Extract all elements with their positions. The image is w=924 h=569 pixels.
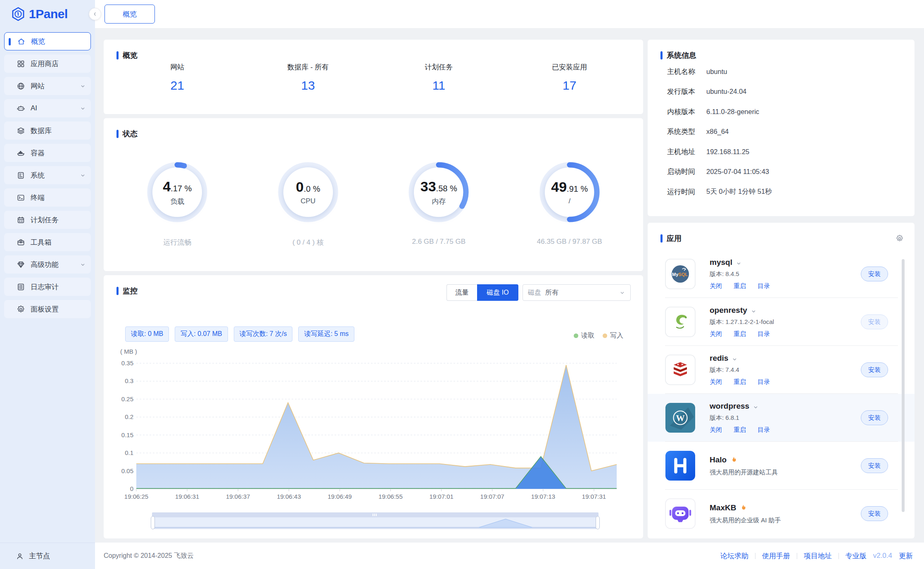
- svg-text:0.35: 0.35: [121, 359, 133, 367]
- store-icon: [17, 60, 25, 68]
- globe-icon: [17, 82, 25, 90]
- install-button[interactable]: 安装: [861, 314, 888, 329]
- app-name[interactable]: MaxKB: [710, 503, 736, 512]
- sidebar-item-calendar[interactable]: 计划任务: [4, 211, 91, 229]
- monitor-title: 监控: [123, 286, 138, 296]
- section-bar: [660, 51, 663, 60]
- app-name[interactable]: redis: [710, 354, 728, 363]
- toggle-disk-io[interactable]: 磁盘 IO: [477, 284, 518, 301]
- overview-stat: 计划任务11: [373, 62, 504, 93]
- svg-text:19:07:07: 19:07:07: [480, 493, 504, 500]
- legend-item[interactable]: 读取: [574, 331, 594, 340]
- footer-link[interactable]: 论坛求助: [720, 551, 748, 561]
- flame-icon: [739, 504, 747, 512]
- datazoom-handle-right[interactable]: [596, 516, 600, 529]
- footer-link[interactable]: 使用手册: [762, 551, 790, 561]
- apps-list: MySQLmysql版本: 8.4.5关闭重启目录安装openresty版本: …: [648, 250, 914, 538]
- app-name[interactable]: wordpress: [710, 402, 749, 411]
- install-button[interactable]: 安装: [861, 458, 888, 473]
- gear-icon: [17, 305, 25, 314]
- stat-value[interactable]: 11: [373, 79, 504, 93]
- system-info-label: 运行时间: [667, 187, 706, 197]
- status-card: 状态 4.17 %负载运行流畅0.0 %CPU( 0 / 4 ) 核33.58 …: [104, 118, 643, 271]
- app-action-link[interactable]: 关闭: [710, 378, 722, 386]
- install-button[interactable]: 安装: [861, 362, 888, 377]
- toggle-traffic[interactable]: 流量: [447, 284, 477, 301]
- status-gauge: 49.91 %/46.35 GB / 97.87 GB: [504, 158, 635, 247]
- monitor-controls: 流量 磁盘 IO 磁盘 所有: [447, 284, 631, 301]
- app-action-link[interactable]: 关闭: [710, 330, 722, 338]
- gauge-ring: 0.0 %CPU: [274, 158, 342, 226]
- gauge-label: CPU: [301, 197, 316, 205]
- install-button[interactable]: 安装: [861, 506, 888, 521]
- app-name[interactable]: Halo: [710, 455, 727, 464]
- app-name[interactable]: mysql: [710, 258, 732, 267]
- server-icon: [17, 171, 25, 180]
- app-action-link[interactable]: 重启: [734, 330, 746, 338]
- system-info-row: 启动时间2025-07-04 11:05:43: [667, 162, 902, 182]
- app-action-link[interactable]: 目录: [758, 426, 770, 434]
- sidebar-item-terminal[interactable]: 终端: [4, 188, 91, 207]
- app-action-link[interactable]: 重启: [734, 378, 746, 386]
- footer-links: 论坛求助使用手册项目地址专业版v2.0.4更新: [720, 543, 913, 569]
- footer-update-link[interactable]: 更新: [899, 551, 913, 561]
- sidebar-item-server[interactable]: 系统: [4, 166, 91, 184]
- section-bar: [116, 51, 119, 60]
- footer-link[interactable]: 专业版: [846, 551, 867, 561]
- app-info: wordpress版本: 6.8.1关闭重启目录: [710, 402, 770, 434]
- monitor-tag: 读写次数: 7 次/s: [234, 326, 293, 342]
- sidebar-collapse-button[interactable]: [89, 8, 101, 20]
- install-button[interactable]: 安装: [861, 410, 888, 425]
- legend-item[interactable]: 写入: [603, 331, 623, 340]
- app-name-row: wordpress: [710, 402, 770, 411]
- sidebar-item-globe[interactable]: 网站: [4, 77, 91, 95]
- stat-value[interactable]: 13: [243, 79, 374, 93]
- footer-link[interactable]: 项目地址: [804, 551, 832, 561]
- chevron-down-icon: [80, 172, 86, 179]
- sidebar-item-store[interactable]: 应用商店: [4, 55, 91, 73]
- apps-settings-gear-icon[interactable]: [895, 234, 904, 243]
- sidebar-item-container[interactable]: 容器: [4, 144, 91, 162]
- system-info-value: ubuntu-24.04: [706, 88, 746, 95]
- system-info-row: 主机名称ubuntu: [667, 62, 902, 82]
- monitor-tag: 读写延迟: 5 ms: [298, 326, 354, 342]
- svg-text:19:07:31: 19:07:31: [582, 493, 606, 500]
- system-info-label: 内核版本: [667, 107, 706, 117]
- chevron-down-icon: [736, 260, 742, 266]
- apps-scrollbar[interactable]: [902, 259, 905, 512]
- app-name[interactable]: openresty: [710, 306, 747, 315]
- app-action-link[interactable]: 重启: [734, 426, 746, 434]
- gauge-caption: 运行流畅: [163, 238, 191, 247]
- toolbox-icon: [17, 238, 25, 247]
- install-button[interactable]: 安装: [861, 267, 888, 281]
- stat-value[interactable]: 17: [504, 79, 635, 93]
- system-info-label: 主机名称: [667, 67, 706, 76]
- app-action-link[interactable]: 重启: [734, 282, 746, 290]
- app-action-link[interactable]: 目录: [758, 282, 770, 290]
- sidebar-item-home[interactable]: 概览: [4, 32, 91, 50]
- app-action-link[interactable]: 关闭: [710, 282, 722, 290]
- sidebar-item-log[interactable]: 日志审计: [4, 278, 91, 296]
- datazoom-scrollbar[interactable]: [152, 512, 599, 517]
- stat-label: 计划任务: [373, 62, 504, 72]
- datazoom-handle-left[interactable]: [151, 516, 155, 529]
- app-action-link[interactable]: 目录: [758, 378, 770, 386]
- chart-datazoom-slider[interactable]: [152, 512, 599, 529]
- app-action-link[interactable]: 关闭: [710, 426, 722, 434]
- tab-overview[interactable]: 概览: [105, 5, 155, 24]
- app-actions: 关闭重启目录: [710, 282, 770, 290]
- sidebar-item-diamond[interactable]: 高级功能: [4, 255, 91, 274]
- stat-value[interactable]: 21: [112, 79, 243, 93]
- sidebar-item-gear[interactable]: 面板设置: [4, 300, 91, 318]
- status-gauge: 0.0 %CPU( 0 / 4 ) 核: [243, 158, 374, 247]
- sidebar-item-layers[interactable]: 数据库: [4, 121, 91, 140]
- sidebar-node[interactable]: 主节点: [0, 543, 95, 569]
- overview-stat: 数据库 - 所有13: [243, 62, 374, 93]
- sidebar-item-robot[interactable]: AI: [4, 99, 91, 117]
- sidebar-item-toolbox[interactable]: 工具箱: [4, 233, 91, 251]
- gauge-value: 4.17 %: [163, 179, 192, 195]
- node-label: 主节点: [29, 551, 50, 561]
- gauge-caption: ( 0 / 4 ) 核: [292, 238, 324, 247]
- app-action-link[interactable]: 目录: [758, 330, 770, 338]
- disk-select[interactable]: 磁盘 所有: [523, 284, 631, 301]
